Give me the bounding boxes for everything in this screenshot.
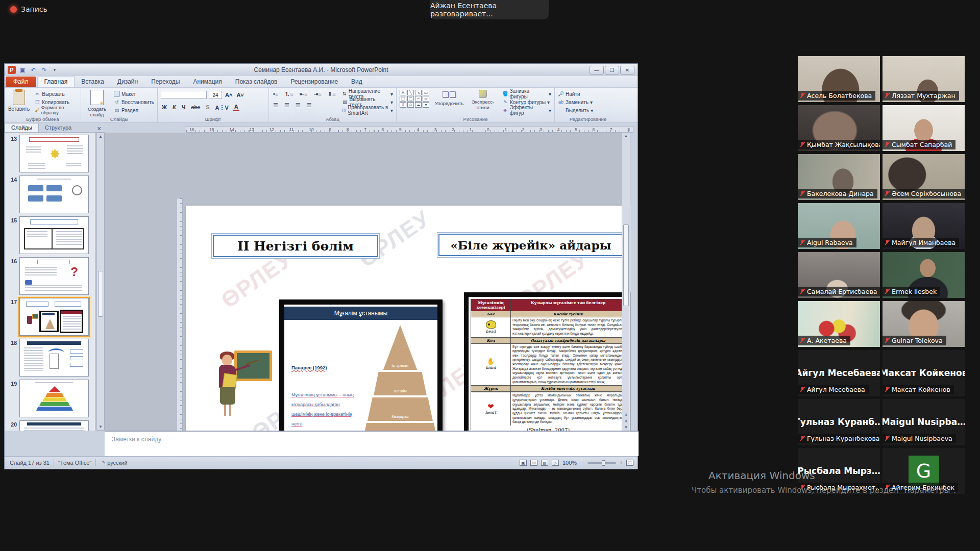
replace-button[interactable]: abЗаменить ▾ bbox=[558, 98, 618, 106]
participant-tile[interactable]: Асель Болатбекова bbox=[798, 56, 880, 102]
participant-tile[interactable]: Қымбат Жақсылықова bbox=[798, 105, 880, 151]
arrange-button[interactable]: ❏❏ Упорядочить bbox=[435, 90, 463, 106]
maximize-button[interactable]: ❐ bbox=[605, 66, 619, 74]
participant-tile[interactable]: Әсем Серікбосынова bbox=[883, 154, 965, 200]
zoom-in-icon[interactable]: + bbox=[620, 460, 623, 466]
shape-bracket-icon[interactable]: ⌐ bbox=[415, 96, 422, 102]
quick-styles-button[interactable]: Экспресс-стили bbox=[469, 90, 497, 110]
shape-rounded-icon[interactable]: ▢ bbox=[407, 96, 414, 102]
zoom-slider[interactable] bbox=[587, 462, 616, 464]
table-image-frame[interactable]: Мұғалімнің көмекшілері Құзырлы мұғалімге… bbox=[464, 292, 630, 431]
thumbnail-image[interactable] bbox=[19, 380, 89, 417]
slide-editing-area[interactable]: ӨРЛЕУ ӨРЛЕУ ӨРЛЕУ ӨРЛЕУ ӨРЛЕУ ӨРЛЕУ II Н… bbox=[186, 206, 630, 431]
shape-down-arrow-icon[interactable]: ⇩ bbox=[400, 102, 406, 108]
normal-view-icon[interactable]: ▣ bbox=[520, 460, 527, 466]
slide-heading-right[interactable]: «Біле жүрейік» айдары bbox=[437, 232, 625, 258]
participant-tile[interactable]: Gulnar Tolekova bbox=[883, 301, 965, 347]
participant-tile[interactable]: Гульназ Куранб… Гульназ Куранбекова bbox=[798, 399, 880, 445]
tab-design[interactable]: Дизайн bbox=[111, 77, 144, 87]
strikethrough-button[interactable]: abc bbox=[190, 104, 201, 110]
shapes-gallery[interactable]: A ╲ ↘ ▭ ◯ ▢ ⌐ ⇨ ⇩ ☺ ☁ ▾ bbox=[400, 90, 430, 108]
scroll-down-icon[interactable]: ▼ bbox=[622, 425, 630, 430]
reset-button[interactable]: ↺Восстановить bbox=[114, 98, 154, 106]
thumbnail-image[interactable] bbox=[19, 176, 89, 213]
tab-review[interactable]: Рецензирование bbox=[284, 77, 345, 87]
shape-cloud-icon[interactable]: ☁ bbox=[415, 102, 422, 108]
thumbnail-19[interactable]: 19 bbox=[9, 380, 89, 417]
participant-tile[interactable]: Maigul Nusipba… Maigul Nusipbaeva bbox=[883, 399, 965, 445]
indent-increase-icon[interactable]: ⇥≡ bbox=[312, 91, 323, 97]
participant-tile[interactable]: Максат Койкенов Максат Койкенов bbox=[883, 350, 965, 396]
shadow-button[interactable]: S bbox=[205, 104, 210, 110]
scroll-up-icon[interactable]: ▲ bbox=[622, 134, 630, 138]
scroll-thumb[interactable] bbox=[98, 271, 103, 317]
tab-outline-panel[interactable]: Структура bbox=[39, 123, 78, 132]
zoom-slider-knob[interactable] bbox=[602, 460, 605, 466]
canvas-scrollbar[interactable]: ▲ ⇞ ⇟ ▼ bbox=[622, 133, 630, 431]
section-button[interactable]: ▤Раздел bbox=[114, 106, 154, 114]
teacher-clipart[interactable] bbox=[215, 347, 272, 419]
thumbnail-18[interactable]: 18 bbox=[9, 339, 89, 377]
underline-button[interactable]: Ч bbox=[181, 104, 187, 110]
layout-button[interactable]: Макет bbox=[114, 90, 154, 98]
tab-slides-panel[interactable]: Слайды bbox=[5, 123, 39, 132]
tab-slideshow[interactable]: Показ слайдов bbox=[229, 77, 284, 87]
thumbnail-image[interactable] bbox=[19, 420, 89, 431]
scroll-thumb[interactable] bbox=[623, 224, 629, 306]
zoom-percentage[interactable]: 100% bbox=[562, 460, 577, 466]
slideshow-icon[interactable]: ▷ bbox=[552, 460, 559, 466]
close-button[interactable]: ✕ bbox=[620, 66, 634, 74]
previous-slide-icon[interactable]: ⇞ bbox=[622, 413, 630, 417]
tab-animations[interactable]: Анимация bbox=[186, 77, 228, 87]
indent-decrease-icon[interactable]: ⇤≡ bbox=[299, 91, 309, 97]
slide-heading-left[interactable]: II Негізгі бөлім bbox=[211, 233, 380, 259]
spellcheck-icon[interactable]: ✎ bbox=[100, 460, 107, 466]
shape-effects-button[interactable]: ◈Эффекты фигур ▾ bbox=[502, 106, 551, 114]
participant-tile[interactable]: Самалай Ертисбаева bbox=[798, 252, 880, 298]
align-left-icon[interactable]: ☰ bbox=[272, 102, 279, 109]
shape-arrow-icon[interactable]: ↘ bbox=[415, 90, 422, 95]
thumbnail-13[interactable]: 13 ✸ bbox=[9, 135, 89, 172]
scroll-up-icon[interactable]: ▲ bbox=[97, 134, 104, 139]
shape-oval-icon[interactable]: ◯ bbox=[400, 96, 406, 102]
language-indicator[interactable]: русский bbox=[107, 460, 127, 466]
find-button[interactable]: 🔎Найти bbox=[558, 90, 618, 98]
font-size-input[interactable]: 24 bbox=[209, 91, 222, 99]
shape-block-arrow-icon[interactable]: ⇨ bbox=[423, 96, 429, 102]
minimize-button[interactable]: — bbox=[590, 66, 604, 74]
participant-tile[interactable]: Сымбат Сапарбай bbox=[883, 105, 965, 151]
select-button[interactable]: ⬚Выделить ▾ bbox=[558, 106, 618, 114]
shrink-font-button[interactable]: A˅ bbox=[235, 92, 244, 98]
title-bar[interactable]: Семинар Есентаева А.И. - Microsoft Power… bbox=[5, 64, 638, 76]
smartart-button[interactable]: ◫Преобразовать в SmartArt ▾ bbox=[342, 106, 393, 114]
thumbnail-image[interactable]: ✸ bbox=[19, 135, 89, 172]
participant-tile[interactable]: Айгул Месебаева Айгул Месебаева bbox=[798, 350, 880, 396]
tab-transitions[interactable]: Переходы bbox=[144, 77, 186, 87]
participant-tile[interactable]: Aigul Rabaeva bbox=[798, 203, 880, 249]
panel-close-icon[interactable]: ✕ bbox=[97, 126, 102, 132]
thumbnail-14[interactable]: 14 bbox=[9, 176, 89, 213]
thumbnail-17-selected[interactable]: 17 bbox=[9, 298, 89, 336]
participant-tile[interactable]: Бакелекова Динара bbox=[798, 154, 880, 200]
thumbnail-image[interactable] bbox=[19, 339, 89, 377]
participant-tile[interactable]: Ermek Ilesbek bbox=[883, 252, 965, 298]
thumbnail-20[interactable]: 20 bbox=[9, 420, 89, 431]
shape-textbox-icon[interactable]: A bbox=[400, 90, 406, 95]
align-right-icon[interactable]: ☰ bbox=[295, 102, 302, 109]
grow-font-button[interactable]: A˄ bbox=[224, 92, 233, 98]
shape-fill-button[interactable]: 🪣Заливка фигуры ▾ bbox=[502, 90, 551, 98]
italic-button[interactable]: К bbox=[172, 104, 177, 110]
paste-button[interactable]: Вставить bbox=[8, 90, 30, 114]
bullets-icon[interactable]: •≡ bbox=[272, 91, 279, 97]
panel-scrollbar[interactable]: ▲ ▼ bbox=[96, 133, 105, 431]
new-slide-button[interactable]: Создать слайд bbox=[84, 90, 110, 117]
thumbnail-image[interactable]: ? bbox=[19, 257, 89, 295]
scroll-down-icon[interactable]: ▼ bbox=[97, 424, 104, 429]
reading-view-icon[interactable]: ▤ bbox=[541, 460, 548, 466]
line-spacing-icon[interactable]: ⇕≡ bbox=[327, 91, 337, 97]
character-spacing-button[interactable]: A︙V bbox=[214, 103, 230, 111]
font-name-input[interactable] bbox=[161, 91, 207, 99]
tab-insert[interactable]: Вставка bbox=[75, 77, 111, 87]
thumbnail-image[interactable] bbox=[19, 298, 89, 336]
thumbnail-16[interactable]: 16 ? bbox=[9, 257, 89, 295]
